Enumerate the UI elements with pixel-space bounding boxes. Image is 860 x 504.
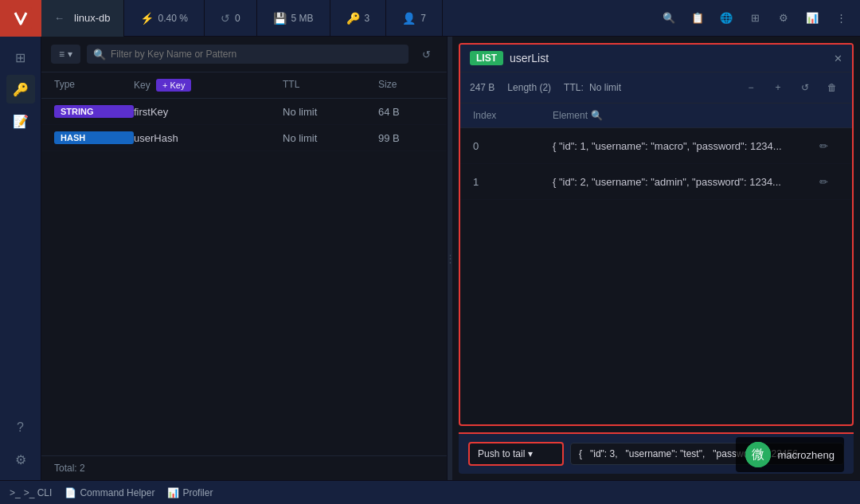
col-ttl: TTL [283, 79, 378, 92]
sidebar-keys-btn[interactable]: 🔑 [6, 75, 35, 104]
analytics-btn[interactable]: 📊 [799, 6, 825, 31]
sidebar-edit-btn[interactable]: 📝 [6, 107, 35, 135]
filter-icon: ≡ [59, 49, 64, 60]
profiler-tool[interactable]: 📊 Profiler [167, 487, 213, 498]
keys-panel: ≡ ▾ 🔍 ↺ Type Key + Key TTL Size STRING f… [41, 37, 448, 480]
sidebar-icons: ⊞ 🔑 📝 ? ⚙ [0, 37, 41, 480]
db-tab[interactable]: ← linux-db [41, 0, 124, 37]
key-ttl-meta: TTL: No limit [564, 82, 621, 93]
sidebar-help-btn[interactable]: ? [6, 413, 35, 442]
grid-btn[interactable]: ⊞ [742, 6, 768, 31]
command-helper-icon: 📄 [64, 487, 76, 498]
clients-icon: 👤 [402, 12, 416, 25]
type-badge-hash: HASH [54, 131, 134, 144]
keys-footer: Total: 2 [41, 455, 447, 480]
list-row-1: 1 { "id": 2, "username": "admin", "passw… [460, 164, 852, 200]
watermark: 微 macrozheng [736, 437, 844, 472]
element-search-icon[interactable]: 🔍 [591, 110, 603, 121]
list-table: Index Element 🔍 0 { "id": 1, "username":… [460, 104, 852, 424]
add-key-button[interactable]: + Key [156, 79, 191, 92]
top-bar: ← linux-db ⚡ 0.40 % ↺ 0 💾 5 MB 🔑 3 👤 7 🔍… [0, 0, 860, 37]
keys-icon: 🔑 [346, 12, 360, 25]
cli-icon: >_ [10, 487, 21, 498]
sidebar-browser-btn[interactable]: ⊞ [6, 43, 35, 72]
list-row-0: 0 { "id": 1, "username": "macro", "passw… [460, 128, 852, 164]
key-name-userhash: userHash [134, 132, 283, 144]
clients-count: 7 [420, 13, 426, 24]
more-btn[interactable]: ⋮ [828, 6, 854, 31]
main-layout: ⊞ 🔑 📝 ? ⚙ ≡ ▾ 🔍 ↺ Type Key + Key TTL [0, 37, 860, 480]
refresh-button[interactable]: ↺ [415, 43, 437, 65]
globe-btn[interactable]: 🌐 [713, 6, 739, 31]
clipboard-btn[interactable]: 📋 [685, 6, 710, 31]
key-size-userhash: 99 B [378, 132, 434, 144]
memory-icon: 💾 [273, 12, 287, 25]
top-actions: 🔍 📋 🌐 ⊞ ⚙ 📊 ⋮ [650, 6, 860, 31]
refresh-detail-btn[interactable]: ↺ [795, 77, 815, 98]
back-button[interactable]: ← [54, 12, 64, 24]
app-logo [0, 0, 41, 37]
list-index-1: 1 [473, 176, 553, 188]
watermark-text: macrozheng [777, 449, 835, 461]
ops-stat: ↺ 0 [205, 0, 257, 37]
col-size: Size [378, 79, 434, 92]
search-box: 🔍 [87, 45, 408, 64]
cpu-stat: ⚡ 0.40 % [124, 0, 205, 37]
ops-icon: ↺ [221, 12, 230, 25]
key-detail-header: LIST userList ✕ [460, 45, 852, 72]
col-key: Key + Key [134, 79, 283, 92]
key-title: userList [510, 52, 549, 64]
list-table-header: Index Element 🔍 [460, 104, 852, 128]
edit-row-1-btn[interactable]: ✏ [814, 172, 833, 191]
type-badge-string: STRING [54, 105, 134, 118]
col-type: Type [54, 79, 134, 92]
keys-stat: 🔑 3 [330, 0, 387, 37]
svg-rect-0 [10, 7, 32, 29]
cli-tool[interactable]: >_ >_ CLI [10, 487, 52, 498]
increment-btn[interactable]: + [768, 77, 788, 98]
memory-value: 5 MB [291, 13, 314, 24]
filter-chevron: ▾ [68, 49, 72, 60]
close-button[interactable]: ✕ [834, 53, 842, 64]
search-action-btn[interactable]: 🔍 [656, 6, 682, 31]
settings-btn[interactable]: ⚙ [771, 6, 796, 31]
col-index: Index [473, 110, 553, 121]
key-detail: LIST userList ✕ 247 B Length (2) TTL: No… [459, 43, 854, 426]
key-meta: 247 B Length (2) TTL: No limit − + ↺ 🗑 [460, 72, 852, 104]
key-row-hash[interactable]: HASH userHash No limit 99 B [41, 125, 447, 151]
list-type-badge: LIST [470, 51, 503, 65]
key-size-meta: 247 B [470, 82, 494, 93]
key-ttl-userhash: No limit [283, 132, 378, 144]
watermark-avatar: 微 [745, 442, 771, 467]
list-element-0: { "id": 1, "username": "macro", "passwor… [553, 140, 814, 152]
command-helper-label: Command Helper [80, 487, 154, 498]
filter-button[interactable]: ≡ ▾ [51, 45, 80, 64]
right-panel: LIST userList ✕ 247 B Length (2) TTL: No… [452, 37, 860, 480]
sidebar-settings-btn[interactable]: ⚙ [6, 445, 35, 474]
search-input[interactable] [111, 45, 402, 64]
key-size-firstkey: 64 B [378, 106, 434, 118]
key-name-firstkey: firstKey [134, 106, 283, 118]
edit-row-0-btn[interactable]: ✏ [814, 136, 833, 155]
keys-table-header: Type Key + Key TTL Size [41, 72, 447, 99]
memory-stat: 💾 5 MB [257, 0, 330, 37]
bottom-toolbar: >_ >_ CLI 📄 Command Helper 📊 Profiler [0, 480, 860, 504]
col-element: Element 🔍 [553, 110, 814, 121]
col-actions-header [814, 110, 839, 121]
clients-stat: 👤 7 [386, 0, 443, 37]
list-element-1: { "id": 2, "username": "admin", "passwor… [553, 176, 814, 188]
db-name: linux-db [74, 12, 111, 24]
key-row-string[interactable]: STRING firstKey No limit 64 B [41, 99, 447, 125]
list-index-0: 0 [473, 140, 553, 152]
push-type-label: Push to tail [478, 448, 525, 459]
command-helper-tool[interactable]: 📄 Command Helper [64, 487, 154, 498]
key-length-meta: Length (2) [507, 82, 551, 93]
cpu-value: 0.40 % [158, 13, 188, 24]
ops-value: 0 [235, 13, 240, 24]
total-label: Total: 2 [54, 463, 85, 474]
delete-detail-btn[interactable]: 🗑 [822, 77, 842, 98]
decrement-btn[interactable]: − [741, 77, 761, 98]
key-ttl-firstkey: No limit [283, 106, 378, 118]
keys-toolbar: ≡ ▾ 🔍 ↺ [41, 37, 447, 72]
push-type-select[interactable]: Push to tail ▾ [468, 442, 564, 466]
